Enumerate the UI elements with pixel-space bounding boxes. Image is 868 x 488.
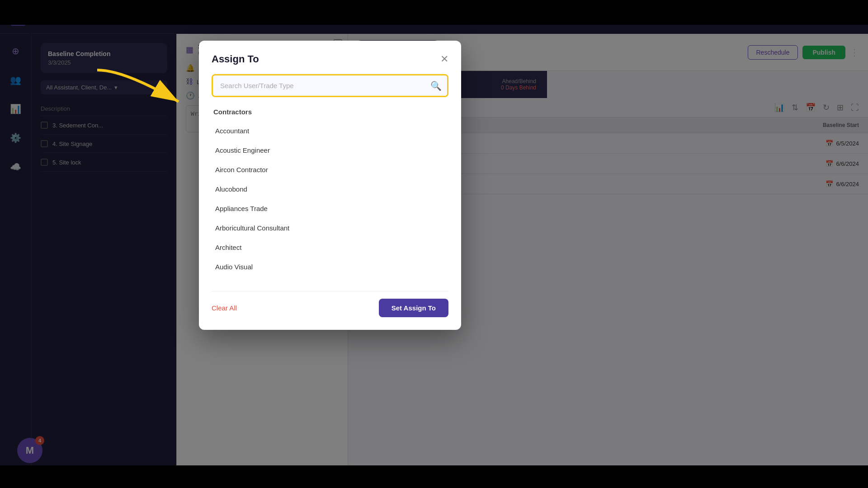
bottom-black-bar: [0, 465, 868, 488]
list-item[interactable]: Audio Visual: [212, 257, 448, 277]
list-item[interactable]: Appliances Trade: [212, 199, 448, 218]
search-icon: 🔍: [430, 81, 442, 91]
list-item[interactable]: Arboricultural Consultant: [212, 218, 448, 238]
list-item[interactable]: Aircon Contractor: [212, 160, 448, 179]
list-item[interactable]: Acoustic Engineer: [212, 141, 448, 160]
list-item[interactable]: Alucobond: [212, 179, 448, 199]
list-section-header: Contractors: [212, 104, 448, 121]
top-black-bar: [0, 0, 868, 25]
search-button[interactable]: 🔍: [430, 80, 442, 91]
clear-all-button[interactable]: Clear All: [212, 304, 237, 312]
list-item[interactable]: Accountant: [212, 121, 448, 141]
modal-close-button[interactable]: ✕: [440, 53, 448, 65]
modal-header: Assign To ✕: [212, 53, 448, 65]
search-input[interactable]: [213, 75, 447, 96]
set-assign-to-button[interactable]: Set Assign To: [379, 299, 448, 317]
list-item[interactable]: Architect: [212, 238, 448, 257]
search-box: 🔍: [212, 74, 448, 97]
modal-footer: Clear All Set Assign To: [212, 291, 448, 317]
contractors-list: Accountant Acoustic Engineer Aircon Cont…: [212, 121, 448, 284]
modal-title: Assign To: [212, 53, 259, 65]
assign-to-modal: Assign To ✕ 🔍 Contractors Accountant Aco…: [199, 41, 461, 330]
